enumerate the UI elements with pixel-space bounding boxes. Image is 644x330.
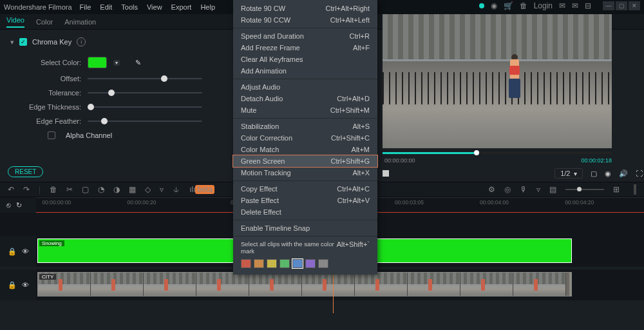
speed-icon[interactable]: ◔ [98, 185, 104, 194]
cm-add-animation[interactable]: Add Animation [233, 65, 377, 77]
volume-icon[interactable]: 🔊 [619, 170, 628, 178]
cm-clear-keyframes: Clear All Keyframes [233, 53, 377, 65]
cm-rotate-cw[interactable]: Rotate 90 CWCtrl+Alt+Right [233, 3, 377, 14]
cm-green-screen[interactable]: Green ScreenCtrl+Shift+G [233, 155, 377, 167]
marker2-icon[interactable]: ▿ [536, 185, 540, 194]
color-mark-green[interactable] [279, 259, 290, 268]
edge-feather-label: Edge Feather: [10, 117, 81, 125]
info-icon[interactable]: i [77, 37, 86, 46]
person-icon[interactable]: ◉ [491, 1, 497, 10]
cm-adjust-audio: Adjust Audio [233, 81, 377, 93]
color-mark-orange[interactable] [254, 259, 264, 268]
chroma-checkbox[interactable]: ✓ [19, 38, 27, 46]
color-mark-blue[interactable] [292, 259, 303, 268]
keyframe-icon[interactable]: ◇ [145, 185, 151, 194]
mail-icon[interactable]: ✉ [572, 1, 578, 10]
color-mark-row [233, 257, 377, 272]
clip-video[interactable]: CITY [37, 272, 572, 296]
tab-video[interactable]: Video [6, 16, 24, 28]
color-mark-red[interactable] [241, 259, 251, 268]
color-dropdown-icon[interactable]: ▾ [113, 60, 120, 66]
color-swatch[interactable] [88, 57, 107, 68]
menu-tools[interactable]: Tools [121, 3, 138, 11]
cart-icon[interactable]: 🛒 [504, 1, 513, 10]
minimize-button[interactable]: — [603, 1, 614, 10]
eye-icon[interactable]: 👁 [22, 248, 29, 255]
cm-rotate-ccw[interactable]: Rotate 90 CCWCtrl+Alt+Left [233, 14, 377, 26]
sync-icon[interactable]: ↻ [16, 201, 22, 209]
reset-button[interactable]: RESET [8, 166, 43, 177]
fullscreen-icon[interactable]: ⛶ [636, 170, 643, 177]
message-icon[interactable]: ✉ [559, 1, 565, 10]
tab-color[interactable]: Color [36, 18, 53, 26]
color-mark-yellow[interactable] [267, 259, 277, 268]
login-link[interactable]: Login [534, 1, 553, 10]
cm-select-color-mark[interactable]: Select all clips with the same color mar… [233, 238, 377, 257]
trash-icon[interactable]: 🗑 [520, 1, 527, 10]
cut-icon[interactable]: ✂ [66, 185, 73, 194]
select-color-label: Select Color: [10, 59, 81, 66]
cm-freeze[interactable]: Add Freeze FrameAlt+F [233, 42, 377, 53]
lock-icon[interactable]: 🔒 [8, 248, 17, 256]
color-mark-purple[interactable] [305, 259, 316, 268]
trash-icon[interactable]: 🗑 [50, 185, 57, 194]
bell-icon[interactable]: ⊟ [585, 1, 591, 10]
marker-icon[interactable]: ▿ [160, 185, 164, 194]
menu-help[interactable]: Help [200, 3, 215, 11]
cm-speed[interactable]: Speed and DurationCtrl+R [233, 30, 377, 42]
play-controls: 1/2 ▾ ▢ ◉ 🔊 ⛶ [383, 166, 643, 180]
tab-animation[interactable]: Animation [64, 18, 96, 26]
cm-delete-effect[interactable]: Delete Effect [233, 206, 377, 218]
greenscreen-icon[interactable]: ▦ [129, 185, 136, 194]
record-icon[interactable]: ◎ [504, 185, 511, 194]
scrollbar-icon[interactable] [634, 184, 636, 195]
cm-motion-tracking[interactable]: Motion TrackingAlt+X [233, 167, 377, 179]
chroma-panel: ▾ ✓ Chroma Key i Select Color: ▾ ✎ Offse… [0, 30, 232, 178]
menu-view[interactable]: View [147, 3, 162, 11]
thumbs-icon[interactable]: ▤ [549, 185, 556, 194]
fit-icon[interactable]: ⊞ [613, 185, 620, 194]
snapshot-icon[interactable]: ◉ [605, 170, 611, 178]
menu-export[interactable]: Export [171, 3, 192, 11]
cm-detach-audio: Detach AudioCtrl+Alt+D [233, 93, 377, 104]
eye-icon[interactable]: 👁 [22, 281, 29, 289]
mic-icon[interactable]: 🎙 [520, 185, 527, 194]
crop-icon[interactable]: ▢ [82, 185, 89, 194]
preview-seekbar[interactable] [383, 152, 612, 155]
menubar: File Edit Tools View Export Help [80, 3, 215, 11]
preview-viewport[interactable] [383, 14, 612, 148]
audio-icon[interactable]: ılıbeta [189, 185, 214, 194]
detach-icon[interactable]: ⫝ [173, 185, 180, 194]
display-icon[interactable]: ▢ [591, 170, 597, 178]
maximize-button[interactable]: ▢ [616, 1, 627, 10]
cm-copy-effect[interactable]: Copy EffectCtrl+Alt+C [233, 183, 377, 195]
color-icon[interactable]: ◑ [113, 185, 120, 194]
mixer-icon[interactable]: ⚙ [488, 185, 495, 194]
cm-color-match[interactable]: Color MatchAlt+M [233, 144, 377, 155]
cm-stabilization[interactable]: StabilizationAlt+S [233, 121, 377, 132]
status-dot-icon[interactable] [479, 3, 484, 8]
color-mark-gray[interactable] [318, 259, 328, 268]
cm-timeline-snap[interactable]: Enable Timeline Snap [233, 222, 377, 234]
clip-label: CITY [39, 274, 56, 280]
offset-label: Offset: [10, 75, 81, 82]
alpha-checkbox[interactable] [48, 131, 55, 139]
menu-edit[interactable]: Edit [100, 3, 112, 11]
stop-button[interactable] [383, 170, 389, 177]
edge-feather-slider[interactable] [88, 121, 202, 122]
link-icon[interactable]: ⎋ [6, 201, 11, 209]
redo-icon[interactable]: ↷ [23, 185, 30, 194]
zoom-select[interactable]: 1/2 ▾ [554, 168, 583, 179]
lock-icon[interactable]: 🔒 [8, 281, 17, 289]
cm-color-correction[interactable]: Color CorrectionCtrl+Shift+C [233, 132, 377, 144]
zoom-slider[interactable] [565, 189, 604, 190]
undo-icon[interactable]: ↶ [8, 185, 14, 194]
edge-thickness-slider[interactable] [88, 106, 202, 108]
chroma-title: Chroma Key [32, 38, 71, 46]
eyedropper-icon[interactable]: ✎ [135, 59, 141, 67]
menu-file[interactable]: File [80, 3, 91, 11]
close-button[interactable]: ✕ [629, 1, 640, 10]
offset-slider[interactable] [88, 78, 202, 79]
tolerance-slider[interactable] [88, 92, 202, 93]
expand-icon[interactable]: ▾ [10, 38, 14, 46]
